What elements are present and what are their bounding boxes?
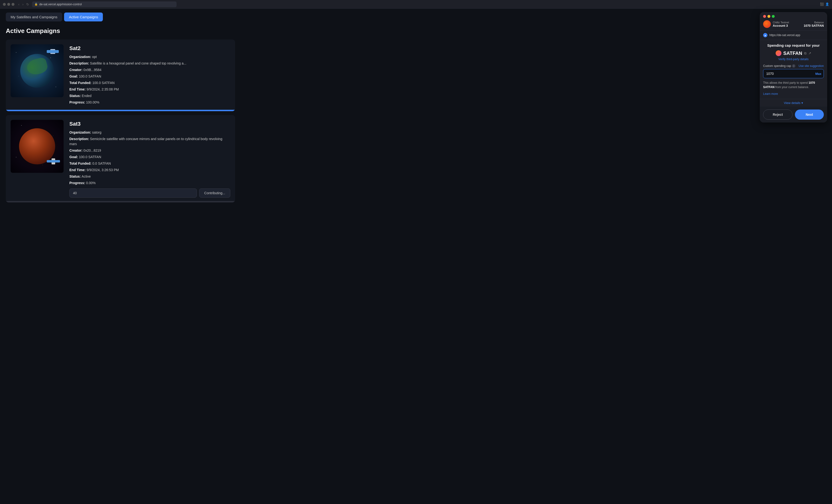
sat3-total-funded: Total Funded: 0.0 SATFAN [69,161,230,166]
sat2-goal: Goal: 100.0 SATFAN [69,74,230,79]
balance-label: Balance [804,21,824,24]
next-button[interactable]: Next [795,110,824,120]
sat3-name: Sat3 [69,121,230,127]
sat3-org: Organization: satorg [69,130,230,135]
site-icon: ▲ [763,33,768,37]
account-balance: Balance 1070 SATFAN [804,21,824,27]
account-avatar [763,20,771,28]
contributing-button[interactable]: Contributing... [199,189,230,198]
popup-traffic-lights [760,12,827,18]
sat3-creator: Creator: 0x20...8219 [69,148,230,153]
token-icon [776,50,781,56]
tab-my-satellites[interactable]: My Satellites and Campaigns [6,12,62,21]
popup-site-info: ▲ https://de-sat.vercel.app [760,31,827,40]
learn-more-link[interactable]: Learn more [763,92,824,95]
site-url: https://de-sat.vercel.app [770,33,800,37]
tab-active-campaigns[interactable]: Active Campaigns [64,12,103,21]
sat2-info: Sat2 Organization: opt Description: Sate… [69,44,230,106]
sat3-goal: Goal: 100.0 SATFAN [69,155,230,160]
traffic-red[interactable] [763,15,766,18]
contribute-input[interactable] [69,189,197,198]
campaign-card-sat2: Sat2 Organization: opt Description: Sate… [6,39,235,111]
chevron-down-icon: ▾ [801,101,803,105]
token-name: SATFAN [783,51,802,56]
sat2-creator: Creator: 0x9B...9584 [69,67,230,73]
view-details-toggle[interactable]: View details ▾ [760,99,827,107]
window-controls [3,3,15,6]
sat2-progress-bar-container [6,110,235,111]
copy-icon[interactable]: ⧉ [804,51,806,55]
browser-bar: ‹ › ↻ 🔒 de-sat.vercel.app/mission-contro… [0,0,832,9]
reject-button[interactable]: Reject [763,110,792,120]
sat2-total-funded: Total Funded: 100.0 SATFAN [69,80,230,85]
account-network: Chilliz Testnet [773,21,789,24]
address-bar[interactable]: 🔒 de-sat.vercel.app/mission-control [32,1,177,7]
balance-amount: 1070 SATFAN [804,24,824,27]
account-info: Chilliz Testnet Account 3 [773,21,789,27]
spending-cap-input-wrapper: Max [763,69,824,78]
sat2-status: Status: Ended [69,93,230,99]
sat3-progress: Progress: 0.00% [69,180,230,186]
campaign-card-sat3: Sat3 Organization: satorg Description: S… [6,115,235,202]
token-display: SATFAN ⧉ ↗ [763,50,824,56]
traffic-yellow[interactable] [768,15,770,18]
sat2-progress: Progress: 100.00% [69,100,230,105]
token-actions: ⧉ ↗ [804,51,811,55]
popup-account-header: Chilliz Testnet Account 3 Balance 1070 S… [760,18,827,31]
reload-icon[interactable]: ↻ [25,2,30,7]
sat3-description: Description: Semicircle satellite with c… [69,137,230,147]
external-link-icon[interactable]: ↗ [808,51,811,55]
extensions-icon[interactable]: ⬛ [820,2,824,6]
sat3-info: Sat3 Organization: satorg Description: S… [69,120,230,198]
sat3-status: Status: Active [69,174,230,179]
sat2-description: Description: Satellite is a hexagonal pa… [69,61,230,66]
profile-icon[interactable]: 👤 [825,2,829,6]
sat3-end-time: End Time: 9/9/2024, 3:26:53 PM [69,168,230,173]
sat2-name: Sat2 [69,45,230,52]
maximize-btn[interactable] [11,3,15,6]
popup-body: Spending cap request for your SATFAN ⧉ ↗… [760,40,827,99]
use-site-suggestion[interactable]: Use site suggestion [799,64,824,67]
browser-navigation: ‹ › ↻ [17,2,30,7]
main-content: My Satellites and Campaigns Active Campa… [0,9,241,210]
sat2-satellite-visual [47,47,59,56]
traffic-green[interactable] [772,15,775,18]
spending-cap-info: This allows the third party to spend 107… [763,81,824,89]
tab-bar: My Satellites and Campaigns Active Campa… [6,12,235,21]
sat3-satellite-visual [47,155,60,168]
minimize-btn[interactable] [7,3,10,6]
popup-footer: Reject Next [760,107,827,122]
max-button[interactable]: Max [815,72,822,76]
page-title: Active Campaigns [6,27,235,35]
lock-icon: 🔒 [34,3,38,6]
close-btn[interactable] [3,3,6,6]
sat2-progress-bar-fill [6,110,235,111]
back-icon[interactable]: ‹ [17,2,21,7]
verify-link[interactable]: Verify third-party details [763,58,824,61]
browser-toolbar-icons: ⬛ 👤 [820,2,829,6]
spending-cap-label-group: Custom spending cap i [763,64,796,67]
sat3-image [10,120,63,173]
sat2-image [10,44,63,97]
info-circle-icon[interactable]: i [792,64,796,67]
sat3-progress-bar-container [6,201,235,202]
sat2-org: Organization: opt [69,54,230,59]
metamask-popup: Chilliz Testnet Account 3 Balance 1070 S… [760,12,827,122]
forward-icon[interactable]: › [21,2,25,7]
view-details-label: View details [784,101,801,105]
spending-amount-strong: 1070 SATFAN [763,81,815,89]
spending-cap-label: Custom spending cap [763,64,791,67]
spending-cap-header: Custom spending cap i Use site suggestio… [763,64,824,67]
spending-title: Spending cap request for your [763,43,824,48]
sat2-end-time: End Time: 9/9/2024, 2:35:08 PM [69,87,230,92]
sat3-contribute-row: Contributing... [69,189,230,198]
spending-cap-input[interactable] [763,69,824,78]
account-name: Account 3 [773,24,789,27]
account-left: Chilliz Testnet Account 3 [763,20,789,28]
url-display: de-sat.vercel.app/mission-control [39,3,82,6]
sat2-earth-visual [20,54,54,88]
